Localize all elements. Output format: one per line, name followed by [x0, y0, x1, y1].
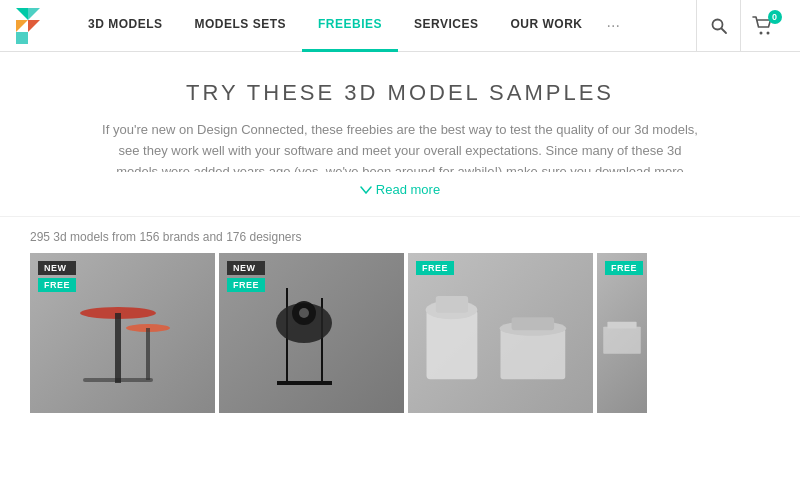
read-more-button[interactable]: Read more	[360, 182, 440, 197]
svg-marker-3	[28, 20, 40, 32]
nav-item-models-sets[interactable]: MODELS SETS	[179, 0, 303, 52]
badges-1: NEW FREE	[38, 261, 76, 292]
svg-rect-13	[146, 328, 150, 380]
product-card-3[interactable]: FREE	[408, 253, 593, 413]
search-button[interactable]	[696, 0, 740, 52]
svg-marker-1	[28, 8, 40, 20]
product-image-4	[597, 253, 647, 413]
svg-rect-27	[603, 326, 641, 353]
svg-marker-4	[16, 32, 28, 44]
stats-bar: 295 3d models from 156 brands and 176 de…	[0, 216, 800, 253]
badge-free-3: FREE	[416, 261, 454, 275]
nav-right: 0	[696, 0, 784, 52]
nav-links: 3D MODELS MODELS SETS FREEBIES SERVICES …	[72, 0, 696, 52]
nav-item-3d-models[interactable]: 3D MODELS	[72, 0, 179, 52]
read-more-label: Read more	[376, 182, 440, 197]
svg-point-8	[766, 31, 769, 34]
logo[interactable]	[16, 8, 52, 44]
cart-button[interactable]: 0	[740, 0, 784, 52]
search-icon	[710, 17, 728, 35]
hero-section: TRY THESE 3D MODEL SAMPLES If you're new…	[0, 52, 800, 216]
svg-point-18	[299, 308, 309, 318]
svg-line-6	[721, 28, 726, 33]
svg-point-7	[759, 31, 762, 34]
badge-new-2: NEW	[227, 261, 265, 275]
nav-item-our-work[interactable]: OUR WORK	[495, 0, 599, 52]
svg-rect-24	[501, 328, 566, 379]
cart-count: 0	[768, 10, 782, 24]
nav-more[interactable]: ···	[599, 17, 628, 35]
svg-rect-26	[512, 317, 555, 330]
svg-marker-2	[16, 20, 28, 32]
product-card-1[interactable]: NEW FREE	[30, 253, 215, 413]
product-card-4[interactable]: FREE	[597, 253, 647, 413]
badges-3: FREE	[416, 261, 454, 275]
cart-badge: 0	[752, 16, 774, 36]
badges-4: FREE	[605, 261, 643, 275]
badge-free-4: FREE	[605, 261, 643, 275]
svg-rect-23	[436, 296, 468, 313]
svg-marker-0	[16, 8, 28, 20]
navbar: 3D MODELS MODELS SETS FREEBIES SERVICES …	[0, 0, 800, 52]
page-title: TRY THESE 3D MODEL SAMPLES	[100, 80, 700, 106]
svg-rect-10	[115, 313, 121, 383]
nav-item-freebies[interactable]: FREEBIES	[302, 0, 398, 52]
product-card-2[interactable]: NEW FREE	[219, 253, 404, 413]
badge-free-2: FREE	[227, 278, 265, 292]
svg-rect-11	[83, 378, 153, 382]
badge-free-1: FREE	[38, 278, 76, 292]
svg-rect-28	[607, 321, 636, 328]
product-grid: NEW FREE NEW FREE	[0, 253, 800, 413]
nav-item-services[interactable]: SERVICES	[398, 0, 494, 52]
chevron-down-icon	[360, 186, 372, 194]
svg-rect-21	[427, 309, 478, 378]
product-image-3	[408, 253, 593, 413]
hero-description: If you're new on Design Connected, these…	[100, 120, 700, 172]
badge-new-1: NEW	[38, 261, 76, 275]
badges-2: NEW FREE	[227, 261, 265, 292]
stats-text: 295 3d models from 156 brands and 176 de…	[30, 230, 302, 244]
